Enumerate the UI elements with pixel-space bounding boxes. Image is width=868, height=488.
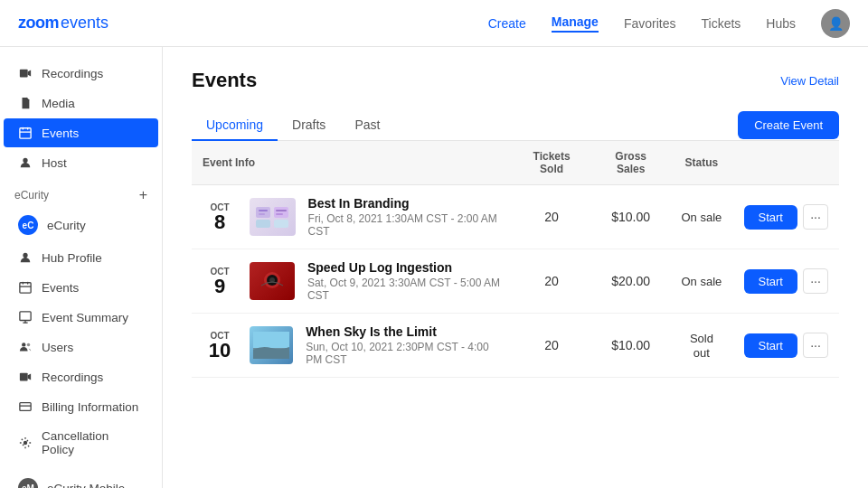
logo-zoom: zoom <box>18 14 59 33</box>
sidebar-item-event-summary[interactable]: Event Summary <box>4 303 158 332</box>
row-actions: Start ··· <box>744 204 829 230</box>
col-event-info: Event Info <box>192 141 512 185</box>
svg-rect-12 <box>20 312 31 321</box>
tab-drafts[interactable]: Drafts <box>278 110 340 141</box>
sidebar-item-cancellation-label: Cancellation Policy <box>42 429 144 456</box>
tab-list: Upcoming Drafts Past <box>192 110 394 140</box>
more-options-button[interactable]: ··· <box>803 333 828 358</box>
event-day: 10 <box>203 341 237 361</box>
sidebar-item-recordings[interactable]: Recordings <box>4 59 158 88</box>
event-details: Best In Branding Fri, Oct 8, 2021 1:30AM… <box>308 196 502 238</box>
more-options-button[interactable]: ··· <box>803 268 828 294</box>
sidebar-item-recordings-2-label: Recordings <box>42 371 103 384</box>
svg-rect-8 <box>20 283 31 293</box>
calendar-icon <box>18 126 33 140</box>
svg-marker-1 <box>28 70 32 77</box>
svg-point-21 <box>24 441 27 445</box>
sidebar-item-billing-label: Billing Information <box>42 400 138 414</box>
start-button[interactable]: Start <box>744 269 797 294</box>
event-date: OCT 9 <box>203 267 237 296</box>
svg-marker-18 <box>28 374 32 380</box>
svg-point-6 <box>23 158 27 163</box>
tab-upcoming[interactable]: Upcoming <box>192 110 278 141</box>
header: zoomevents Create Manage Favorites Ticke… <box>0 0 868 47</box>
nav-hubs[interactable]: Hubs <box>766 16 796 31</box>
sidebar-item-events[interactable]: Events <box>4 118 158 147</box>
tab-past[interactable]: Past <box>340 110 394 141</box>
event-date: OCT 10 <box>203 331 237 361</box>
event-name: Best In Branding <box>308 196 502 211</box>
row-actions: Start ··· <box>744 268 829 294</box>
svg-rect-31 <box>276 210 287 211</box>
event-thumbnail <box>250 262 295 300</box>
user-icon-2 <box>18 250 33 265</box>
avatar[interactable]: 👤 <box>821 9 850 38</box>
sidebar-item-ecurity-mobile-label: eCurity Mobile <box>47 482 125 489</box>
status-badge: On sale <box>682 211 722 224</box>
sidebar-item-ecurity-events[interactable]: Events <box>4 273 158 302</box>
user-icon <box>18 155 33 170</box>
main-content: Events View Detail Upcoming Drafts Past … <box>163 47 868 488</box>
table-row: OCT 10 When Sky Is the Limit Sun, Oct 10… <box>192 314 839 378</box>
svg-rect-33 <box>256 220 270 228</box>
sidebar-item-ecurity[interactable]: eC eCurity <box>4 208 158 242</box>
svg-point-16 <box>27 343 31 347</box>
event-time: Fri, Oct 8, 2021 1:30AM CST - 2:00 AM CS… <box>308 212 502 238</box>
start-button[interactable]: Start <box>744 205 797 230</box>
sidebar: Recordings Media Events Host eCurity + <box>0 47 163 488</box>
event-name: When Sky Is the Limit <box>306 324 501 339</box>
status-badge: On sale <box>682 275 722 288</box>
table-row: OCT 8 Best In Branding Fri, Oct 8, 2021 … <box>192 185 839 249</box>
nav-create[interactable]: Create <box>488 16 526 31</box>
more-options-button[interactable]: ··· <box>803 204 828 230</box>
sidebar-item-ecurity-label: eCurity <box>47 219 86 232</box>
sidebar-item-cancellation[interactable]: Cancellation Policy <box>4 422 158 464</box>
event-name: Speed Up Log Ingestion <box>307 260 501 275</box>
sidebar-item-recordings-2[interactable]: Recordings <box>4 362 158 391</box>
svg-rect-30 <box>274 207 288 218</box>
sidebar-item-hub-profile-1-label: Hub Profile <box>42 251 102 265</box>
users-icon <box>18 340 33 354</box>
col-status: Status <box>670 141 732 185</box>
calendar-icon-2 <box>18 280 33 295</box>
sidebar-item-recordings-label: Recordings <box>42 67 103 80</box>
event-details: Speed Up Log Ingestion Sat, Oct 9, 2021 … <box>307 260 501 302</box>
tickets-sold-value: 20 <box>544 338 559 352</box>
sidebar-section-ecurity: eCurity + <box>0 178 162 207</box>
events-tabs: Upcoming Drafts Past Create Event <box>192 110 839 141</box>
svg-rect-34 <box>274 220 288 228</box>
sidebar-item-users[interactable]: Users <box>4 333 158 361</box>
svg-rect-2 <box>20 128 31 138</box>
event-thumbnail <box>250 198 296 236</box>
start-button[interactable]: Start <box>744 333 797 358</box>
col-actions <box>733 141 840 185</box>
sidebar-item-billing[interactable]: Billing Information <box>4 392 158 421</box>
event-thumbnail <box>250 326 293 364</box>
nav-manage[interactable]: Manage <box>552 14 599 33</box>
row-actions: Start ··· <box>744 333 829 358</box>
nav-tickets[interactable]: Tickets <box>701 16 741 31</box>
page-header: Events View Detail <box>192 69 839 92</box>
video-icon-2 <box>18 370 33 384</box>
logo: zoomevents <box>18 14 108 33</box>
svg-rect-32 <box>276 213 283 215</box>
view-detail-link[interactable]: View Detail <box>780 74 839 88</box>
header-nav: Create Manage Favorites Tickets Hubs 👤 <box>488 9 850 38</box>
sidebar-item-ecurity-mobile[interactable]: eM eCurity Mobile <box>4 471 158 488</box>
sidebar-item-host[interactable]: Host <box>4 148 158 177</box>
sidebar-item-hub-profile-1[interactable]: Hub Profile <box>4 243 158 272</box>
events-table: Event Info Tickets Sold Gross Sales Stat… <box>192 141 839 378</box>
svg-point-15 <box>22 343 25 346</box>
table-row: OCT 9 Speed Up Log Ingestion Sat, Oct 9,… <box>192 249 839 314</box>
file-icon <box>18 96 33 110</box>
svg-rect-29 <box>259 213 265 215</box>
event-time: Sat, Oct 9, 2021 3:30AM CST - 5:00 AM CS… <box>307 277 501 302</box>
sidebar-item-media[interactable]: Media <box>4 89 158 117</box>
create-event-button[interactable]: Create Event <box>738 111 839 139</box>
gross-sales-value: $10.00 <box>611 338 650 352</box>
svg-rect-0 <box>20 70 28 78</box>
add-hub-button[interactable]: + <box>139 187 147 203</box>
nav-favorites[interactable]: Favorites <box>624 16 676 31</box>
ecurity-mobile-hub-icon: eM <box>18 478 38 488</box>
tickets-sold-value: 20 <box>544 274 559 288</box>
